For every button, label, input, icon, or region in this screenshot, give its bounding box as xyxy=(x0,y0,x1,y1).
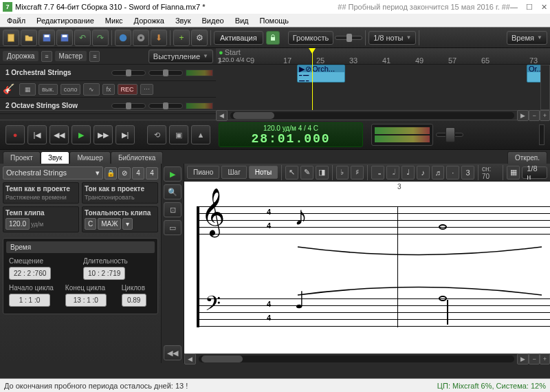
loop-end-value[interactable]: 13 : 1 :0 xyxy=(65,294,107,307)
menu-track[interactable]: Дорожка xyxy=(130,15,168,26)
forward-button[interactable]: ▶▶ xyxy=(94,125,113,144)
master-label[interactable]: Мастер xyxy=(55,51,87,61)
master-volume-slider[interactable] xyxy=(335,36,362,40)
menu-view[interactable]: Вид xyxy=(231,15,253,26)
key-mode-value[interactable]: Транспонировать xyxy=(85,194,155,201)
notation-snap-combo[interactable]: 1/8 н xyxy=(522,166,547,179)
note-whole-icon[interactable]: 𝅝 xyxy=(371,166,384,179)
scroll-left-icon[interactable]: ◀ xyxy=(216,110,228,121)
score-zoom-in-icon[interactable]: + xyxy=(540,353,550,364)
instrument-icon[interactable] xyxy=(3,83,16,96)
tab-library[interactable]: Библиотека xyxy=(111,151,163,164)
piano-icon[interactable]: ▦ xyxy=(19,83,36,96)
tool-draw-icon[interactable]: ▭ xyxy=(164,220,182,235)
track1-mute[interactable]: вык. xyxy=(38,84,58,95)
score-scroll-right-icon[interactable]: ▶ xyxy=(517,353,529,364)
track1-pan[interactable] xyxy=(148,70,183,76)
rewind-button[interactable]: ◀◀ xyxy=(50,125,69,144)
preferences-button[interactable]: ⚙ xyxy=(191,30,208,46)
track2-pan[interactable] xyxy=(148,103,183,109)
track1-expand[interactable]: ⋯ xyxy=(140,84,153,95)
timeline-ruler[interactable]: ●Start 120.0 4/4 C 1 9 17 25 33 41 49 57… xyxy=(216,48,550,65)
rewind-start-button[interactable]: |◀ xyxy=(28,125,47,144)
activation-button[interactable]: Активация xyxy=(214,31,263,45)
track1-name[interactable]: 1 Orchestral Strings xyxy=(3,69,109,76)
clip-tempo-value[interactable]: 120.0 xyxy=(6,218,30,230)
accidental-flat-icon[interactable]: ♭ xyxy=(336,166,349,179)
score-zoom-out-icon[interactable]: − xyxy=(529,353,539,364)
score-scrollbar-h[interactable]: ◀ ▶ − + xyxy=(184,353,550,363)
menu-file[interactable]: Файл xyxy=(3,15,30,26)
scroll-right-icon[interactable]: ▶ xyxy=(517,110,529,121)
loop-button[interactable]: ⟲ xyxy=(147,125,166,144)
view-piano[interactable]: Пиано xyxy=(187,166,219,179)
timeline-scrollbar-v[interactable] xyxy=(540,65,550,110)
note-dot-icon[interactable]: · xyxy=(446,166,459,179)
maximize-button[interactable]: ☐ xyxy=(526,3,533,12)
snap-toggle-icon[interactable]: ▦ xyxy=(507,166,520,179)
tool-zoom-icon[interactable]: 🔍 xyxy=(164,184,182,199)
score-scroll-left-icon[interactable]: ◀ xyxy=(184,353,196,364)
track1-solo[interactable]: соло xyxy=(60,84,81,95)
track1-rec[interactable]: REC xyxy=(118,84,138,95)
track1-fx[interactable]: fx xyxy=(102,84,114,95)
clip-play-icon[interactable]: ▶ xyxy=(299,65,305,74)
note-sixteenth-icon[interactable]: ♬ xyxy=(432,166,445,179)
add-track-button[interactable]: + xyxy=(173,30,190,46)
track1-volume[interactable] xyxy=(111,70,146,76)
clip-loop-icon[interactable]: ⊘ xyxy=(305,65,311,74)
tab-undock[interactable]: Откреп. xyxy=(507,151,547,164)
track2-volume[interactable] xyxy=(111,103,146,109)
forward-end-button[interactable]: ▶| xyxy=(116,125,135,144)
menu-video[interactable]: Видео xyxy=(198,15,228,26)
tab-sound[interactable]: Звук xyxy=(41,151,70,164)
publish-button[interactable] xyxy=(115,30,131,46)
bars-box[interactable]: 4 xyxy=(146,167,158,179)
master-options-icon[interactable]: ≡ xyxy=(89,51,100,62)
master-fader[interactable] xyxy=(436,124,470,145)
view-notes[interactable]: Ноты xyxy=(249,166,278,179)
collapse-icon[interactable]: ◀◀ xyxy=(164,345,182,360)
note-2[interactable] xyxy=(439,224,447,230)
start-marker-icon[interactable]: ● xyxy=(219,48,223,56)
accidental-sharp-icon[interactable]: ♯ xyxy=(351,166,364,179)
track-options-icon[interactable]: ≡ xyxy=(41,51,52,62)
export-button[interactable]: ⬇ xyxy=(151,30,167,46)
playhead[interactable] xyxy=(312,48,313,110)
offset-value[interactable]: 22 : 2 :760 xyxy=(9,267,51,280)
burn-button[interactable] xyxy=(133,30,149,46)
lock-clip-icon[interactable]: 🔒 xyxy=(104,167,117,179)
menu-help[interactable]: Помощь xyxy=(256,15,294,26)
clip-key-dropdown[interactable]: ▾ xyxy=(122,218,133,230)
zoom-in-icon[interactable]: + xyxy=(540,110,550,121)
menu-mix[interactable]: Микс xyxy=(101,15,127,26)
save-as-button[interactable] xyxy=(56,30,73,46)
tool-eraser-icon[interactable]: ◨ xyxy=(316,166,329,179)
beats-box[interactable]: 4 xyxy=(132,167,144,179)
tool-pencil-icon[interactable]: ✎ xyxy=(300,166,314,179)
close-button[interactable]: ✕ xyxy=(541,3,547,12)
time-mode-combo[interactable]: Время▼ xyxy=(507,31,547,45)
redo-button[interactable]: ↷ xyxy=(92,30,109,46)
marker-button[interactable]: ▣ xyxy=(169,125,188,144)
track2-name[interactable]: 2 Octave Strings Slow xyxy=(3,102,109,109)
tab-project[interactable]: Проект xyxy=(3,151,41,164)
note-half-icon[interactable]: 𝅗𝅥 xyxy=(386,166,399,179)
score-area[interactable]: 3 𝄞 44 ♪ 𝄢 44 ♩ xyxy=(184,182,550,353)
play-button[interactable]: ▶ xyxy=(72,125,91,144)
loop-start-value[interactable]: 1 : 1 :0 xyxy=(9,294,50,307)
tool-select-icon[interactable]: ⊡ xyxy=(164,202,182,217)
clip-play-button[interactable]: ▶ xyxy=(164,166,182,182)
view-step[interactable]: Шаг xyxy=(221,166,246,179)
note-eighth-icon[interactable]: ♪ xyxy=(417,166,430,179)
duration-value[interactable]: 10 : 2 :719 xyxy=(83,267,125,280)
tool-pointer-icon[interactable]: ↖ xyxy=(285,166,298,179)
performance-combo[interactable]: Выступление▼ xyxy=(148,50,213,63)
minimize-button[interactable]: — xyxy=(510,3,518,12)
menu-sound[interactable]: Звук xyxy=(171,15,195,26)
track-header-label[interactable]: Дорожка xyxy=(3,51,38,61)
save-button[interactable] xyxy=(38,30,55,46)
transport-display[interactable]: 120.0 уд/м 4 / 4 C 28:01.000 xyxy=(219,122,363,147)
clip-track-combo[interactable]: Orchestral Strings▾ xyxy=(3,166,103,179)
clip-key-value[interactable]: C xyxy=(85,218,96,230)
